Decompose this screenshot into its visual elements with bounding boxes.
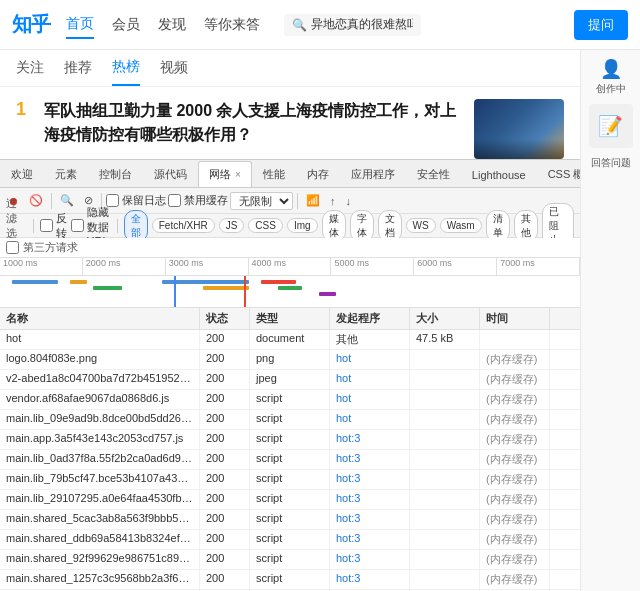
td-name: main.shared_1257c3c9568bb2a3f62d5ecd308c… [0,570,200,589]
td-initiator[interactable]: hot:3 [330,430,410,449]
filter-img[interactable]: Img [287,218,318,233]
table-row[interactable]: main.shared_5cac3ab8a563f9bbb56eca3256b8… [0,510,580,530]
td-initiator[interactable]: hot [330,410,410,429]
second-nav-recommend[interactable]: 推荐 [64,51,92,85]
create-action[interactable]: 👤 创作中 [596,58,626,96]
td-initiator[interactable]: hot [330,370,410,389]
td-initiator[interactable]: hot [330,350,410,369]
td-size [410,390,480,409]
th-name[interactable]: 名称 [0,308,200,329]
table-row[interactable]: main.app.3a5f43e143c2053cd757.js 200 scr… [0,430,580,450]
invert-checkbox[interactable]: 反转 [40,211,67,241]
th-time[interactable]: 时间 [480,308,550,329]
td-initiator[interactable]: hot [330,390,410,409]
table-row[interactable]: main.lib_09e9ad9b.8dce00bd5dd26f83a357.j… [0,410,580,430]
filter-manifest[interactable]: 清单 [486,210,510,242]
filter-ws[interactable]: WS [406,218,436,233]
third-party-checkbox[interactable] [6,241,19,254]
td-initiator[interactable]: hot:3 [330,530,410,549]
td-size [410,570,480,589]
tab-network[interactable]: 网络 × [198,161,252,187]
table-row[interactable]: hot 200 document 其他 47.5 kB [0,330,580,350]
tab-performance[interactable]: 性能 [252,161,296,187]
article-thumbnail [474,99,564,159]
table-row[interactable]: main.lib_0ad37f8a.55f2b2ca0ad6d947beda.j… [0,450,580,470]
nav-link-answer[interactable]: 等你来答 [204,12,260,38]
tab-close-network[interactable]: × [235,169,241,180]
th-size[interactable]: 大小 [410,308,480,329]
td-status: 200 [200,570,250,589]
answer-icon-container[interactable]: 📝 [589,104,633,148]
hide-data-url-input[interactable] [71,219,84,232]
second-nav-follow[interactable]: 关注 [16,51,44,85]
nav-link-member[interactable]: 会员 [112,12,140,38]
filter-other[interactable]: 其他 [514,210,538,242]
login-button[interactable]: 提问 [574,10,628,40]
right-sidebar: 👤 创作中 📝 回答问题 [580,50,640,591]
timeline-bar-3 [93,286,122,290]
td-time: (内存缓存) [480,490,550,509]
invert-input[interactable] [40,219,53,232]
disable-cache-checkbox[interactable]: 禁用缓存 [168,193,228,208]
timeline-bar-1 [12,280,58,284]
table-row[interactable]: main.shared_1257c3c9568bb2a3f62d5ecd308c… [0,570,580,590]
th-initiator[interactable]: 发起程序 [330,308,410,329]
table-row[interactable]: main.lib_79b5cf47.bce53b4107a43794b7be.j… [0,470,580,490]
tab-console[interactable]: 控制台 [88,161,143,187]
second-nav-hot[interactable]: 热榜 [112,50,140,86]
td-initiator[interactable]: hot:3 [330,470,410,489]
filter-font[interactable]: 字体 [350,210,374,242]
td-initiator[interactable]: hot:3 [330,510,410,529]
table-row[interactable]: logo.804f083e.png 200 png hot (内存缓存) [0,350,580,370]
td-name: main.shared_ddb69a58413b8324ef696dc6cfa9… [0,530,200,549]
td-initiator[interactable]: hot:3 [330,550,410,569]
filter-js[interactable]: JS [219,218,245,233]
second-nav-video[interactable]: 视频 [160,51,188,85]
tab-elements[interactable]: 元素 [44,161,88,187]
search-icon: 🔍 [292,18,307,32]
tab-sources[interactable]: 源代码 [143,161,198,187]
td-initiator[interactable]: hot:3 [330,570,410,589]
devtools-panel: 欢迎 元素 控制台 源代码 网络 × 性能 内存 应用程序 安全性 Lighth… [0,159,580,591]
search-box[interactable]: 🔍 [284,14,421,36]
td-status: 200 [200,330,250,349]
download-btn[interactable]: ↓ [342,193,356,209]
td-size [410,450,480,469]
tab-application[interactable]: 应用程序 [340,161,406,187]
nav-link-discover[interactable]: 发现 [158,12,186,38]
table-row[interactable]: main.shared_92f99629e986751c8921c57c658e… [0,550,580,570]
table-row[interactable]: main.lib_29107295.a0e64faa4530fb224738.j… [0,490,580,510]
filter-all[interactable]: 全部 [124,210,148,242]
nav-link-home[interactable]: 首页 [66,11,94,39]
td-name: main.lib_79b5cf47.bce53b4107a43794b7be.j… [0,470,200,489]
preserve-log-checkbox[interactable]: 保留日志 [106,193,166,208]
tab-welcome[interactable]: 欢迎 [0,161,44,187]
td-size [410,490,480,509]
th-status[interactable]: 状态 [200,308,250,329]
td-initiator[interactable]: hot:3 [330,490,410,509]
clear-btn[interactable]: 🚫 [25,192,47,209]
disable-cache-input[interactable] [168,194,181,207]
tab-css-overview[interactable]: CSS 概述 [537,161,580,187]
article-title[interactable]: 军队抽组卫勤力量 2000 余人支援上海疫情防控工作，对上海疫情防控有哪些积极作… [44,99,462,147]
search-input[interactable] [311,18,413,32]
filter-fetch-xhr[interactable]: Fetch/XHR [152,218,215,233]
timeline-bar-8 [319,292,336,296]
table-row[interactable]: main.shared_ddb69a58413b8324ef696dc6cfa9… [0,530,580,550]
tab-memory[interactable]: 内存 [296,161,340,187]
filter-doc[interactable]: 文档 [378,210,402,242]
tab-security[interactable]: 安全性 [406,161,461,187]
network-table: 名称 状态 类型 发起程序 大小 时间 hot 200 document 其他 … [0,308,580,591]
td-size [410,410,480,429]
timeline-area: 1000 ms 2000 ms 3000 ms 4000 ms 5000 ms … [0,258,580,308]
filter-media[interactable]: 媒体 [322,210,346,242]
td-initiator[interactable]: hot:3 [330,450,410,469]
table-row[interactable]: vendor.af68afae9067da0868d6.js 200 scrip… [0,390,580,410]
tab-lighthouse[interactable]: Lighthouse [461,161,537,187]
table-row[interactable]: v2-abed1a8c04700ba7d72b45195223e0ff_is.j… [0,370,580,390]
filter-wasm[interactable]: Wasm [440,218,482,233]
throttle-select[interactable]: 无限制 [230,192,293,210]
upload-btn[interactable]: ↑ [326,193,340,209]
th-type[interactable]: 类型 [250,308,330,329]
filter-css[interactable]: CSS [248,218,283,233]
